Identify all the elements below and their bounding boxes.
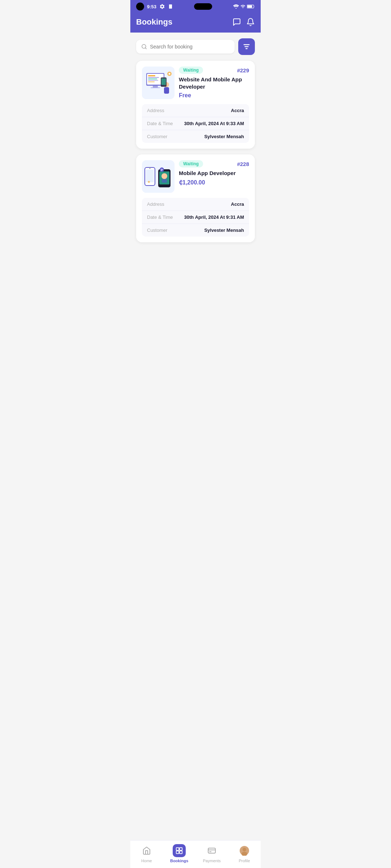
web-mobile-illustration xyxy=(142,67,175,99)
address-row-1: Address Accra xyxy=(142,104,249,117)
details-table-2: Address Accra Date & Time 30th April, 20… xyxy=(142,198,249,237)
battery-icon xyxy=(247,4,255,9)
address-label-2: Address xyxy=(147,201,164,207)
datetime-value-1: 30th April, 2024 At 9:33 AM xyxy=(184,121,244,126)
datetime-row-2: Date & Time 30th April, 2024 At 9:31 AM xyxy=(142,211,249,224)
mobile-dev-illustration: P xyxy=(142,160,175,193)
filter-icon xyxy=(243,43,251,51)
card-info-1: Waiting #229 Website And Mobile App Deve… xyxy=(179,67,249,99)
booking-title-1: Website And Mobile App Developer xyxy=(179,76,249,90)
svg-rect-19 xyxy=(164,87,169,94)
datetime-value-2: 30th April, 2024 At 9:31 AM xyxy=(184,214,244,220)
card-top-row-2: Waiting #228 xyxy=(179,160,249,167)
customer-value-2: Sylvester Mensah xyxy=(204,227,244,233)
booking-id-1: #229 xyxy=(237,67,249,73)
customer-row-1: Customer Sylvester Mensah xyxy=(142,130,249,143)
settings-icon xyxy=(159,4,165,9)
search-input[interactable] xyxy=(150,44,230,50)
bell-icon xyxy=(246,18,255,26)
datetime-label-2: Date & Time xyxy=(147,214,173,220)
status-bar: 9:53 xyxy=(130,0,261,13)
datetime-label-1: Date & Time xyxy=(147,121,173,126)
filter-button[interactable] xyxy=(238,38,255,55)
status-time: 9:53 xyxy=(147,4,156,9)
svg-rect-17 xyxy=(151,87,160,88)
svg-rect-2 xyxy=(247,5,252,8)
svg-point-23 xyxy=(169,73,171,75)
booking-image-2: P xyxy=(142,160,175,193)
svg-point-30 xyxy=(161,173,167,179)
signal-icon xyxy=(240,4,245,9)
card-header-1: Waiting #229 Website And Mobile App Deve… xyxy=(142,67,249,99)
status-badge-1: Waiting xyxy=(179,67,203,74)
status-badge-2: Waiting xyxy=(179,160,203,167)
address-label-1: Address xyxy=(147,108,164,113)
chat-button[interactable] xyxy=(232,18,241,26)
chat-icon xyxy=(232,18,241,26)
customer-value-1: Sylvester Mensah xyxy=(204,134,244,139)
status-bar-left: 9:53 xyxy=(136,3,173,10)
svg-rect-0 xyxy=(169,4,172,9)
status-right-icons xyxy=(233,4,255,9)
notifications-button[interactable] xyxy=(246,18,255,26)
cards-container: Waiting #229 Website And Mobile App Deve… xyxy=(130,58,261,278)
booking-price-1: Free xyxy=(179,92,249,99)
address-row-2: Address Accra xyxy=(142,198,249,211)
booking-price-2: ₵1,200.00 xyxy=(179,179,249,186)
booking-image-1 xyxy=(142,67,175,99)
card-header-2: P Waiting #228 Mobile App Developer ₵1,2… xyxy=(142,160,249,193)
search-wrapper[interactable] xyxy=(136,40,235,54)
svg-rect-26 xyxy=(146,170,154,182)
top-nav: Bookings xyxy=(130,13,261,33)
details-table-1: Address Accra Date & Time 30th April, 20… xyxy=(142,104,249,143)
svg-rect-31 xyxy=(162,179,167,183)
booking-card-2[interactable]: P Waiting #228 Mobile App Developer ₵1,2… xyxy=(136,154,255,242)
dynamic-island xyxy=(194,3,212,10)
datetime-row-1: Date & Time 30th April, 2024 At 9:33 AM xyxy=(142,117,249,130)
status-center xyxy=(194,3,212,10)
camera-pill xyxy=(136,3,144,10)
sim-icon xyxy=(168,4,173,9)
customer-row-2: Customer Sylvester Mensah xyxy=(142,224,249,237)
customer-label-2: Customer xyxy=(147,227,167,233)
svg-rect-14 xyxy=(148,80,158,81)
svg-rect-15 xyxy=(148,81,155,82)
svg-rect-13 xyxy=(148,78,157,80)
address-value-1: Accra xyxy=(231,108,244,113)
address-value-2: Accra xyxy=(231,201,244,207)
page-title: Bookings xyxy=(136,17,172,27)
svg-rect-21 xyxy=(161,78,166,85)
svg-line-4 xyxy=(145,48,146,49)
svg-rect-12 xyxy=(148,77,159,78)
booking-id-2: #228 xyxy=(237,161,249,167)
booking-title-2: Mobile App Developer xyxy=(179,170,249,177)
search-container xyxy=(130,33,261,58)
svg-point-27 xyxy=(149,167,151,169)
svg-text:P: P xyxy=(161,168,163,172)
nav-actions xyxy=(232,18,255,26)
svg-rect-11 xyxy=(148,75,155,76)
card-top-row-1: Waiting #229 xyxy=(179,67,249,74)
card-info-2: Waiting #228 Mobile App Developer ₵1,200… xyxy=(179,160,249,193)
booking-card-1[interactable]: Waiting #229 Website And Mobile App Deve… xyxy=(136,61,255,149)
search-icon xyxy=(141,43,147,50)
wifi-icon xyxy=(233,4,239,9)
customer-label-1: Customer xyxy=(147,134,167,139)
